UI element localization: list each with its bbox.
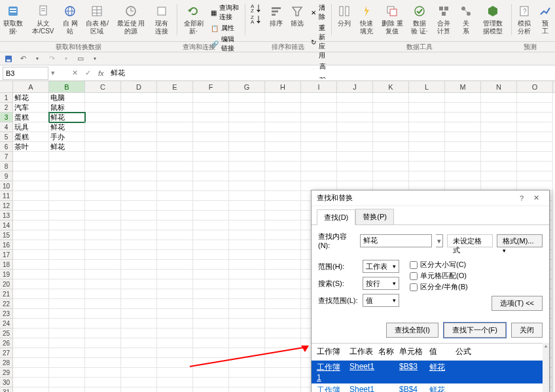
row-header[interactable]: 7: [0, 152, 13, 162]
cell[interactable]: [193, 387, 229, 392]
cell[interactable]: [157, 270, 193, 279]
column-header[interactable]: H: [265, 81, 301, 92]
cell[interactable]: [229, 299, 265, 309]
cell[interactable]: [193, 113, 229, 122]
cell[interactable]: [337, 162, 373, 171]
cell[interactable]: [49, 221, 85, 230]
help-icon[interactable]: ?: [515, 194, 528, 202]
cell[interactable]: [157, 289, 193, 299]
cell[interactable]: [157, 250, 193, 260]
cell[interactable]: [517, 103, 553, 113]
cell[interactable]: [337, 152, 373, 162]
search-combo[interactable]: 按行▾: [363, 277, 399, 290]
col-formula[interactable]: 公式: [453, 345, 540, 359]
cell[interactable]: [85, 230, 121, 240]
cell[interactable]: [373, 142, 409, 152]
cell[interactable]: [49, 309, 85, 319]
remove-dup-button[interactable]: 删除 重复值: [378, 3, 406, 37]
cell[interactable]: [13, 201, 49, 211]
cell[interactable]: [157, 348, 193, 358]
consolidate-button[interactable]: 合并计算: [433, 3, 455, 37]
cell[interactable]: [157, 132, 193, 142]
row-header[interactable]: 2: [0, 103, 13, 113]
cell[interactable]: [157, 358, 193, 368]
cell[interactable]: [85, 348, 121, 358]
cell[interactable]: [157, 319, 193, 329]
cell[interactable]: [265, 240, 301, 250]
cell[interactable]: [193, 221, 229, 230]
row-header[interactable]: 28: [0, 358, 13, 368]
cell[interactable]: [301, 171, 337, 181]
cell[interactable]: [49, 358, 85, 368]
cell[interactable]: [409, 103, 445, 113]
cell[interactable]: [121, 113, 157, 122]
cell[interactable]: [229, 113, 265, 122]
cell[interactable]: [85, 329, 121, 338]
cell[interactable]: [13, 250, 49, 260]
find-content-input[interactable]: [360, 234, 432, 247]
cell[interactable]: [229, 378, 265, 387]
row-header[interactable]: 3: [0, 113, 13, 122]
cell[interactable]: [85, 368, 121, 378]
row-header[interactable]: 26: [0, 338, 13, 348]
options-button[interactable]: 选项(T) <<: [492, 296, 543, 311]
cell[interactable]: [13, 358, 49, 368]
cell[interactable]: [121, 221, 157, 230]
cell[interactable]: [445, 93, 481, 103]
cell[interactable]: [157, 240, 193, 250]
col-cell[interactable]: 单元格: [397, 345, 427, 359]
cell[interactable]: [121, 103, 157, 113]
row-header[interactable]: 15: [0, 230, 13, 240]
cell[interactable]: [157, 279, 193, 289]
cell[interactable]: [193, 279, 229, 289]
cell[interactable]: [85, 358, 121, 368]
name-box[interactable]: [3, 67, 48, 80]
cell[interactable]: [445, 171, 481, 181]
cell[interactable]: [445, 132, 481, 142]
cell[interactable]: [85, 132, 121, 142]
cell[interactable]: [409, 122, 445, 132]
row-header[interactable]: 11: [0, 191, 13, 201]
result-workbook[interactable]: 工作簿1: [314, 361, 347, 383]
cell[interactable]: [265, 319, 301, 329]
sort-button[interactable]: 排序: [266, 3, 286, 29]
cell[interactable]: [229, 289, 265, 299]
cell[interactable]: [157, 211, 193, 221]
cell[interactable]: 汽车: [13, 103, 49, 113]
close-button[interactable]: 关闭: [511, 323, 543, 338]
cell[interactable]: [301, 152, 337, 162]
cell[interactable]: [85, 387, 121, 392]
row-header[interactable]: 10: [0, 181, 13, 191]
cell[interactable]: [85, 260, 121, 270]
from-table-button[interactable]: 自表 格/区域: [82, 3, 113, 37]
cell[interactable]: [85, 289, 121, 299]
cell[interactable]: [301, 142, 337, 152]
cell[interactable]: [85, 378, 121, 387]
cell[interactable]: [85, 299, 121, 309]
cell[interactable]: [265, 162, 301, 171]
select-all-corner[interactable]: [0, 81, 13, 92]
name-box-dropdown-icon[interactable]: ▾: [51, 69, 58, 77]
cell[interactable]: [481, 142, 517, 152]
cell[interactable]: [157, 103, 193, 113]
get-data-button[interactable]: 获取数 据·: [0, 3, 26, 37]
clear-button[interactable]: ✕清除: [308, 3, 329, 22]
cell[interactable]: [157, 122, 193, 132]
row-header[interactable]: 9: [0, 171, 13, 181]
row-header[interactable]: 23: [0, 309, 13, 319]
from-web-button[interactable]: 自 网站: [60, 3, 81, 37]
cell[interactable]: [373, 162, 409, 171]
cell[interactable]: [121, 250, 157, 260]
cell[interactable]: [13, 162, 49, 171]
cell[interactable]: [409, 132, 445, 142]
cell[interactable]: [229, 221, 265, 230]
cell[interactable]: [49, 378, 85, 387]
cell[interactable]: [337, 171, 373, 181]
cell[interactable]: [121, 270, 157, 279]
dialog-titlebar[interactable]: 查找和替换 ? ✕: [312, 190, 549, 206]
row-header[interactable]: 25: [0, 329, 13, 338]
cell[interactable]: [445, 103, 481, 113]
save-icon[interactable]: [4, 54, 13, 63]
row-header[interactable]: 18: [0, 260, 13, 270]
close-icon[interactable]: ✕: [528, 194, 544, 202]
